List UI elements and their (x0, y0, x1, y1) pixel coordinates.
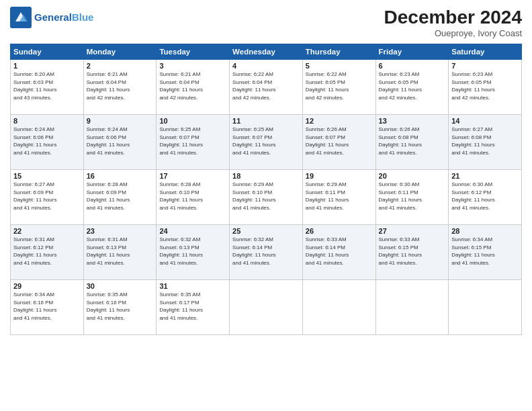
weekday-saturday: Saturday (449, 44, 522, 60)
calendar-cell: 21Sunrise: 6:30 AM Sunset: 6:12 PM Dayli… (449, 170, 522, 225)
day-number: 10 (159, 117, 226, 125)
calendar-cell: 5Sunrise: 6:22 AM Sunset: 6:05 PM Daylig… (302, 60, 375, 115)
day-number: 28 (451, 227, 519, 235)
day-info: Sunrise: 6:21 AM Sunset: 6:04 PM Dayligh… (87, 71, 154, 101)
logo-icon (10, 7, 32, 28)
day-info: Sunrise: 6:33 AM Sunset: 6:15 PM Dayligh… (379, 236, 446, 267)
day-number: 30 (87, 282, 154, 290)
calendar-cell (230, 280, 303, 335)
day-number: 5 (306, 62, 373, 70)
logo: GeneralBlue (10, 7, 93, 28)
day-info: Sunrise: 6:24 AM Sunset: 6:06 PM Dayligh… (13, 126, 81, 156)
calendar-cell: 28Sunrise: 6:34 AM Sunset: 6:15 PM Dayli… (449, 225, 522, 280)
day-info: Sunrise: 6:23 AM Sunset: 6:05 PM Dayligh… (451, 71, 519, 101)
weekday-header-row: SundayMondayTuesdayWednesdayThursdayFrid… (11, 44, 522, 60)
calendar-cell: 6Sunrise: 6:23 AM Sunset: 6:05 PM Daylig… (375, 60, 449, 115)
calendar-cell: 13Sunrise: 6:26 AM Sunset: 6:08 PM Dayli… (375, 115, 449, 170)
day-info: Sunrise: 6:31 AM Sunset: 6:12 PM Dayligh… (13, 236, 81, 267)
day-info: Sunrise: 6:35 AM Sunset: 6:16 PM Dayligh… (87, 291, 154, 322)
calendar-cell: 25Sunrise: 6:32 AM Sunset: 6:14 PM Dayli… (230, 225, 303, 280)
calendar-cell: 16Sunrise: 6:28 AM Sunset: 6:09 PM Dayli… (83, 170, 157, 225)
day-info: Sunrise: 6:30 AM Sunset: 6:12 PM Dayligh… (451, 181, 519, 212)
day-info: Sunrise: 6:35 AM Sunset: 6:17 PM Dayligh… (159, 291, 226, 322)
day-number: 4 (232, 62, 300, 70)
calendar-cell (302, 280, 375, 335)
day-info: Sunrise: 6:32 AM Sunset: 6:13 PM Dayligh… (159, 236, 226, 267)
day-info: Sunrise: 6:26 AM Sunset: 6:07 PM Dayligh… (306, 126, 373, 156)
day-info: Sunrise: 6:27 AM Sunset: 6:09 PM Dayligh… (13, 181, 81, 212)
day-info: Sunrise: 6:31 AM Sunset: 6:13 PM Dayligh… (87, 236, 154, 267)
day-number: 31 (159, 282, 226, 290)
day-number: 16 (87, 172, 154, 180)
day-info: Sunrise: 6:22 AM Sunset: 6:05 PM Dayligh… (306, 71, 373, 101)
day-info: Sunrise: 6:33 AM Sunset: 6:14 PM Dayligh… (306, 236, 373, 267)
calendar-cell (449, 280, 522, 335)
day-info: Sunrise: 6:25 AM Sunset: 6:07 PM Dayligh… (159, 126, 226, 156)
day-number: 21 (451, 172, 519, 180)
day-info: Sunrise: 6:26 AM Sunset: 6:08 PM Dayligh… (379, 126, 446, 156)
calendar: SundayMondayTuesdayWednesdayThursdayFrid… (10, 44, 522, 335)
day-number: 25 (232, 227, 300, 235)
day-number: 17 (159, 172, 226, 180)
day-number: 11 (232, 117, 300, 125)
weekday-wednesday: Wednesday (230, 44, 303, 60)
day-number: 27 (379, 227, 446, 235)
day-info: Sunrise: 6:29 AM Sunset: 6:11 PM Dayligh… (306, 181, 373, 212)
week-row-3: 15Sunrise: 6:27 AM Sunset: 6:09 PM Dayli… (11, 170, 522, 225)
week-row-4: 22Sunrise: 6:31 AM Sunset: 6:12 PM Dayli… (11, 225, 522, 280)
calendar-cell: 9Sunrise: 6:24 AM Sunset: 6:06 PM Daylig… (83, 115, 157, 170)
calendar-cell: 10Sunrise: 6:25 AM Sunset: 6:07 PM Dayli… (157, 115, 230, 170)
calendar-cell: 22Sunrise: 6:31 AM Sunset: 6:12 PM Dayli… (11, 225, 84, 280)
day-number: 9 (87, 117, 154, 125)
calendar-cell: 17Sunrise: 6:28 AM Sunset: 6:10 PM Dayli… (157, 170, 230, 225)
calendar-cell (375, 280, 449, 335)
day-info: Sunrise: 6:34 AM Sunset: 6:15 PM Dayligh… (451, 236, 519, 267)
day-number: 18 (232, 172, 300, 180)
calendar-cell: 7Sunrise: 6:23 AM Sunset: 6:05 PM Daylig… (449, 60, 522, 115)
week-row-1: 1Sunrise: 6:20 AM Sunset: 6:03 PM Daylig… (11, 60, 522, 115)
day-number: 2 (87, 62, 154, 70)
calendar-cell: 20Sunrise: 6:30 AM Sunset: 6:11 PM Dayli… (375, 170, 449, 225)
calendar-cell: 24Sunrise: 6:32 AM Sunset: 6:13 PM Dayli… (157, 225, 230, 280)
day-number: 26 (306, 227, 373, 235)
day-number: 3 (159, 62, 226, 70)
day-number: 23 (87, 227, 154, 235)
calendar-cell: 8Sunrise: 6:24 AM Sunset: 6:06 PM Daylig… (11, 115, 84, 170)
calendar-cell: 4Sunrise: 6:22 AM Sunset: 6:04 PM Daylig… (230, 60, 303, 115)
day-info: Sunrise: 6:29 AM Sunset: 6:10 PM Dayligh… (232, 181, 300, 212)
calendar-cell: 29Sunrise: 6:34 AM Sunset: 6:16 PM Dayli… (11, 280, 84, 335)
calendar-cell: 27Sunrise: 6:33 AM Sunset: 6:15 PM Dayli… (375, 225, 449, 280)
day-info: Sunrise: 6:30 AM Sunset: 6:11 PM Dayligh… (379, 181, 446, 212)
calendar-cell: 23Sunrise: 6:31 AM Sunset: 6:13 PM Dayli… (83, 225, 157, 280)
day-number: 19 (306, 172, 373, 180)
day-number: 13 (379, 117, 446, 125)
day-number: 6 (379, 62, 446, 70)
week-row-5: 29Sunrise: 6:34 AM Sunset: 6:16 PM Dayli… (11, 280, 522, 335)
day-number: 20 (379, 172, 446, 180)
day-number: 7 (451, 62, 519, 70)
calendar-cell: 12Sunrise: 6:26 AM Sunset: 6:07 PM Dayli… (302, 115, 375, 170)
day-number: 24 (159, 227, 226, 235)
day-info: Sunrise: 6:28 AM Sunset: 6:10 PM Dayligh… (159, 181, 226, 212)
calendar-cell: 18Sunrise: 6:29 AM Sunset: 6:10 PM Dayli… (230, 170, 303, 225)
day-number: 22 (13, 227, 81, 235)
day-info: Sunrise: 6:28 AM Sunset: 6:09 PM Dayligh… (87, 181, 154, 212)
day-info: Sunrise: 6:32 AM Sunset: 6:14 PM Dayligh… (232, 236, 300, 267)
calendar-cell: 30Sunrise: 6:35 AM Sunset: 6:16 PM Dayli… (83, 280, 157, 335)
day-info: Sunrise: 6:27 AM Sunset: 6:08 PM Dayligh… (451, 126, 519, 156)
weekday-thursday: Thursday (302, 44, 375, 60)
day-info: Sunrise: 6:21 AM Sunset: 6:04 PM Dayligh… (159, 71, 226, 101)
day-info: Sunrise: 6:25 AM Sunset: 6:07 PM Dayligh… (232, 126, 300, 156)
day-info: Sunrise: 6:20 AM Sunset: 6:03 PM Dayligh… (13, 71, 81, 101)
day-number: 12 (306, 117, 373, 125)
week-row-2: 8Sunrise: 6:24 AM Sunset: 6:06 PM Daylig… (11, 115, 522, 170)
calendar-cell: 1Sunrise: 6:20 AM Sunset: 6:03 PM Daylig… (11, 60, 84, 115)
month-title: December 2024 (384, 7, 522, 28)
title-section: December 2024 Oueproye, Ivory Coast (384, 7, 522, 38)
calendar-cell: 14Sunrise: 6:27 AM Sunset: 6:08 PM Dayli… (449, 115, 522, 170)
day-info: Sunrise: 6:24 AM Sunset: 6:06 PM Dayligh… (87, 126, 154, 156)
page: GeneralBlue December 2024 Oueproye, Ivor… (0, 0, 532, 411)
calendar-cell: 3Sunrise: 6:21 AM Sunset: 6:04 PM Daylig… (157, 60, 230, 115)
day-number: 14 (451, 117, 519, 125)
logo-blue: Blue (72, 11, 94, 23)
